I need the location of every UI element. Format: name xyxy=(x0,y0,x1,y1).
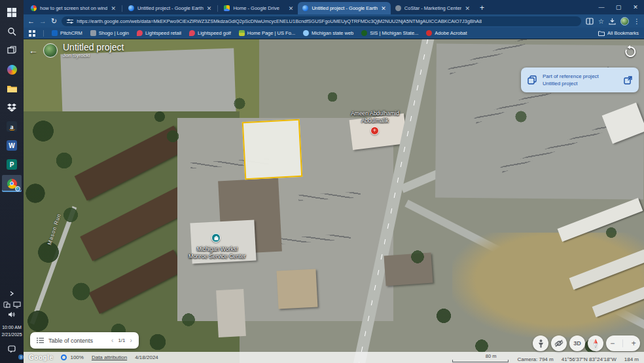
profile-avatar[interactable] xyxy=(620,17,629,26)
data-attribution-link[interactable]: Data attribution xyxy=(92,354,127,360)
project-header: ← Untitled project Jon Syrocki xyxy=(29,42,124,58)
taskbar-amazon-button[interactable]: a xyxy=(2,118,22,135)
bookmark-michigan-state-web[interactable]: Michigan state web xyxy=(303,30,353,36)
pitchcrm-favicon xyxy=(52,30,58,36)
pegman-button[interactable] xyxy=(533,335,548,351)
bookmark-home-page[interactable]: Home Page | US Fo... xyxy=(239,30,295,36)
project-title[interactable]: Untitled project xyxy=(63,42,124,52)
compass-icon xyxy=(592,339,599,348)
folder-icon xyxy=(598,31,605,36)
all-bookmarks-label: All Bookmarks xyxy=(607,30,639,36)
chevron-icon xyxy=(9,291,14,296)
tab-close-icon[interactable]: ✕ xyxy=(381,5,386,12)
address-bar[interactable]: https://earth.google.com/web/data=MkEKPw… xyxy=(62,16,581,26)
selected-parcel-polygon[interactable] xyxy=(242,119,302,180)
tab-google-drive[interactable]: Home - Google Drive ✕ xyxy=(219,2,298,14)
map-label-ameen[interactable]: Ameen Abdulhamid Abdulmalik xyxy=(326,110,424,124)
download-icon[interactable] xyxy=(609,18,616,25)
project-avatar[interactable] xyxy=(43,43,58,58)
bookmark-sis-michigan-state[interactable]: SIS | Michigan State... xyxy=(361,30,418,36)
url-text: https://earth.google.com/web/data=MkEKPw… xyxy=(77,18,482,24)
taskbar-edge-button[interactable] xyxy=(2,61,22,78)
taskbar-dropbox-button[interactable] xyxy=(2,99,22,116)
close-button[interactable]: ✕ xyxy=(627,4,644,10)
taskbar-clock[interactable]: 10:00 AM 2/21/2025 xyxy=(1,324,22,338)
bookmark-lightspeed-retail[interactable]: Lightspeed retail xyxy=(137,30,181,36)
reference-card-line1: Part of reference project xyxy=(543,73,618,80)
minimize-button[interactable]: — xyxy=(593,4,610,10)
toc-prev-button[interactable]: ‹ xyxy=(111,337,113,344)
zoom-ring-icon xyxy=(61,354,67,360)
new-tab-button[interactable]: + xyxy=(480,3,484,12)
taskbar-chrome-earth-button[interactable] xyxy=(2,175,22,192)
zoom-out-button[interactable]: − xyxy=(610,339,615,348)
earth-map-viewport[interactable]: Ameen Abdulhamid Abdulmalik + Michigan W… xyxy=(24,39,644,363)
3d-toggle-button[interactable]: 3D xyxy=(569,335,585,351)
browser-toolbar: ← → ↻ https://earth.google.com/web/data=… xyxy=(24,14,644,28)
tab-earth-project-active[interactable]: Untitled project - Google Earth ✕ xyxy=(298,2,390,14)
task-view-button[interactable] xyxy=(2,42,22,59)
windows-taskbar: a W P 10:00 AM 2/21/2025 3 xyxy=(0,0,24,363)
toc-label: Table of contents xyxy=(48,337,93,344)
system-tray xyxy=(3,301,21,308)
tab-title: Untitled project - Google Earth xyxy=(312,5,378,11)
bookmark-label: Home Page | US Fo... xyxy=(247,30,295,36)
maximize-button[interactable]: ▢ xyxy=(610,4,627,10)
map-label-michigan-works[interactable]: Michigan Works! Monroe Service Center xyxy=(168,246,266,259)
reference-project-card[interactable]: Part of reference project Untitled proje… xyxy=(521,67,639,92)
bookmark-shogo[interactable]: Shogo | Login xyxy=(90,30,129,36)
tab-close-icon[interactable]: ✕ xyxy=(207,5,212,12)
bookmark-lightspeed-golf[interactable]: Lightspeed golf xyxy=(189,30,231,36)
volume-button[interactable] xyxy=(2,309,22,320)
browser-menu-icon[interactable]: ⋮ xyxy=(634,18,640,25)
split-screen-icon[interactable] xyxy=(586,18,594,25)
earth-badge-icon xyxy=(15,186,20,191)
device-icon[interactable] xyxy=(3,301,10,308)
taskbar-publisher-button[interactable]: P xyxy=(2,156,22,173)
acrobat-favicon xyxy=(426,30,432,36)
compass-button[interactable] xyxy=(588,335,603,351)
open-in-new-icon[interactable] xyxy=(624,76,632,85)
taskbar-word-button[interactable]: W xyxy=(2,137,22,154)
forward-button[interactable]: → xyxy=(39,18,46,25)
task-view-icon xyxy=(7,46,16,55)
drive-favicon xyxy=(224,5,230,11)
tab-screenshot-help[interactable]: how to get screen shot on wind ✕ xyxy=(26,2,120,14)
toc-next-button[interactable]: › xyxy=(130,337,132,344)
display-icon[interactable] xyxy=(13,301,21,308)
apps-grid-icon[interactable] xyxy=(29,30,35,37)
tab-close-icon[interactable]: ✕ xyxy=(465,5,470,12)
back-button[interactable]: ← xyxy=(27,18,35,25)
zoom-in-button[interactable]: + xyxy=(632,339,636,348)
tray-expand-button[interactable] xyxy=(2,289,22,298)
notification-center-button[interactable]: 3 xyxy=(2,341,22,358)
map-scale: 80 m xyxy=(452,353,509,362)
medical-pin-icon[interactable]: + xyxy=(370,126,379,135)
camera-altitude: Camera: 794 m xyxy=(518,356,554,362)
tab-earth-project-1[interactable]: Untitled project - Google Earth ✕ xyxy=(124,2,216,14)
start-button[interactable] xyxy=(2,4,22,21)
reference-card-line2: Untitled project xyxy=(543,80,618,87)
tab-title: how to get screen shot on wind xyxy=(40,5,107,11)
site-settings-icon[interactable] xyxy=(67,18,73,24)
taskbar-search-button[interactable] xyxy=(2,23,22,40)
all-bookmarks-button[interactable]: All Bookmarks xyxy=(598,30,639,36)
taskbar-file-explorer-button[interactable] xyxy=(2,80,22,97)
tab-close-icon[interactable]: ✕ xyxy=(289,5,294,12)
tab-strip: how to get screen shot on wind ✕ Untitle… xyxy=(24,0,644,14)
back-arrow-icon[interactable]: ← xyxy=(29,45,38,56)
tab-costar[interactable]: CoStar - Marketing Center ✕ xyxy=(391,2,474,14)
google-logo: Google xyxy=(29,354,53,361)
tab-close-icon[interactable]: ✕ xyxy=(111,5,116,12)
table-of-contents-bar[interactable]: Table of contents ‹ 1/1 › xyxy=(30,332,139,349)
orbit-button[interactable] xyxy=(551,335,567,351)
earth-status-bar: Google 100% Data attribution 4/18/2024 8… xyxy=(24,352,644,363)
reset-north-icon[interactable] xyxy=(624,45,637,58)
bookmark-adobe-acrobat[interactable]: Adobe Acrobat xyxy=(426,30,467,36)
bookmark-star-icon[interactable]: ☆ xyxy=(598,18,604,25)
coordinates: 41°56'37"N 83°24'18"W xyxy=(562,356,617,362)
reload-button[interactable]: ↻ xyxy=(51,18,57,25)
building-poi-icon[interactable] xyxy=(211,233,221,242)
clock-date: 2/21/2025 xyxy=(1,332,22,339)
bookmark-pitchcrm[interactable]: PitchCRM xyxy=(52,30,82,36)
